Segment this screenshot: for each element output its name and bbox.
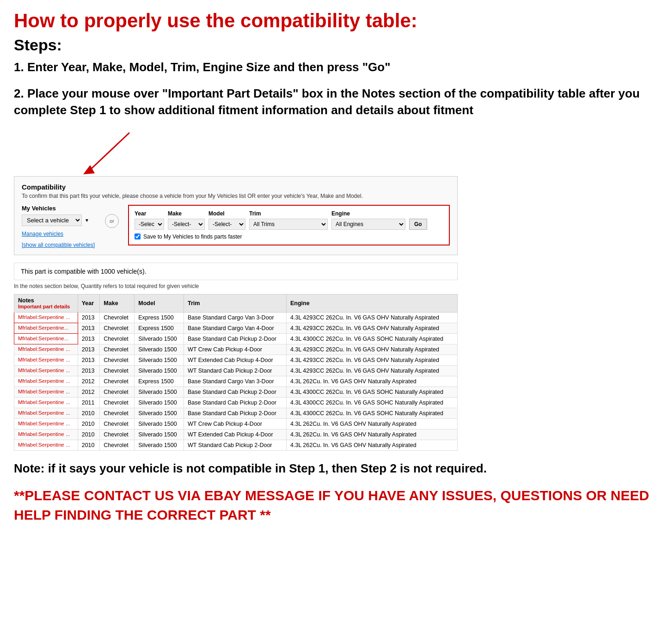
engine-cell: 4.3L 4293CC 262Cu. In. V6 GAS OHV Natura… bbox=[287, 355, 458, 365]
model-label: Model bbox=[208, 210, 245, 217]
engine-cell: 4.3L 4293CC 262Cu. In. V6 GAS OHV Natura… bbox=[287, 312, 458, 323]
notes-cell: Mfrlabel:Serpentine ... bbox=[14, 344, 78, 355]
make-cell: Chevrolet bbox=[100, 312, 135, 323]
engine-label: Engine bbox=[331, 210, 405, 217]
engine-cell: 4.3L 4293CC 262Cu. In. V6 GAS OHV Natura… bbox=[287, 323, 458, 333]
main-title: How to properly use the compatibility ta… bbox=[14, 9, 654, 32]
table-row: Mfrlabel:Serpentine ...2013ChevroletSilv… bbox=[14, 344, 458, 355]
year-cell: 2012 bbox=[78, 386, 100, 397]
notes-cell: Mfrlabel:Serpentine ... bbox=[14, 376, 78, 386]
notes-cell: Mfrlabel:Serpentine ... bbox=[14, 355, 78, 365]
notes-cell: Mfrlabel:Serpentine ... bbox=[14, 418, 78, 429]
make-cell: Chevrolet bbox=[100, 440, 135, 450]
compatibility-table: Notes Important part details Year Make M… bbox=[14, 294, 458, 451]
step1-text: 1. Enter Year, Make, Model, Trim, Engine… bbox=[14, 59, 654, 75]
year-cell: 2011 bbox=[78, 397, 100, 408]
notes-cell: Mfrlabel:Serpentine ... bbox=[14, 386, 78, 397]
model-cell: Silverado 1500 bbox=[135, 333, 184, 344]
trim-cell: Base Standard Cab Pickup 2-Door bbox=[184, 386, 287, 397]
engine-cell: 4.3L 262Cu. In. V6 GAS OHV Naturally Asp… bbox=[287, 429, 458, 440]
notes-subheader: Important part details bbox=[18, 304, 74, 309]
model-cell: Express 1500 bbox=[135, 323, 184, 333]
trim-cell: Base Standard Cab Pickup 2-Door bbox=[184, 333, 287, 344]
note-text: Note: if it says your vehicle is not com… bbox=[14, 460, 654, 477]
engine-select[interactable]: All Engines bbox=[331, 219, 405, 230]
model-cell: Silverado 1500 bbox=[135, 344, 184, 355]
make-cell: Chevrolet bbox=[100, 386, 135, 397]
compat-title: Compatibility bbox=[22, 183, 450, 191]
show-all-link[interactable]: [show all compatible vehicles] bbox=[22, 242, 96, 248]
notes-cell: Mfrlabel:Serpentine ... bbox=[14, 365, 78, 376]
engine-cell: 4.3L 4300CC 262Cu. In. V6 GAS SOHC Natur… bbox=[287, 408, 458, 418]
table-row: Mfrlabel:Serpentine ...2012ChevroletSilv… bbox=[14, 386, 458, 397]
arrow-icon bbox=[79, 128, 134, 179]
save-checkbox[interactable] bbox=[135, 233, 141, 239]
year-cell: 2013 bbox=[78, 355, 100, 365]
engine-cell: 4.3L 4293CC 262Cu. In. V6 GAS OHV Natura… bbox=[287, 344, 458, 355]
table-row: Mfrlabel:Serpentine...2013ChevroletSilve… bbox=[14, 333, 458, 344]
model-cell: Silverado 1500 bbox=[135, 397, 184, 408]
table-row: Mfrlabel:Serpentine ...2013ChevroletSilv… bbox=[14, 355, 458, 365]
col-notes: Notes Important part details bbox=[14, 294, 78, 312]
vehicle-select-wrapper: Select a vehicle ▼ bbox=[22, 215, 96, 226]
engine-cell: 4.3L 262Cu. In. V6 GAS OHV Naturally Asp… bbox=[287, 376, 458, 386]
quantity-note: In the notes section below, Quantity ref… bbox=[14, 283, 458, 289]
notes-cell: Mfrlabel:Serpentine ... bbox=[14, 440, 78, 450]
trim-select[interactable]: All Trims bbox=[249, 219, 328, 230]
col-engine: Engine bbox=[287, 294, 458, 312]
model-select[interactable]: -Select- bbox=[208, 219, 245, 230]
year-cell: 2010 bbox=[78, 408, 100, 418]
engine-cell: 4.3L 4300CC 262Cu. In. V6 GAS SOHC Natur… bbox=[287, 386, 458, 397]
year-cell: 2013 bbox=[78, 344, 100, 355]
compat-subtitle: To confirm that this part fits your vehi… bbox=[22, 193, 450, 199]
trim-cell: WT Standard Cab Pickup 2-Door bbox=[184, 440, 287, 450]
save-checkbox-row: Save to My Vehicles to finds parts faste… bbox=[135, 233, 443, 240]
col-year: Year bbox=[78, 294, 100, 312]
table-row: Mfrlabel:Serpentine ...2010ChevroletSilv… bbox=[14, 408, 458, 418]
table-row: Mfrlabel:Serpentine ...2013ChevroletExpr… bbox=[14, 312, 458, 323]
trim-cell: WT Extended Cab Pickup 4-Door bbox=[184, 429, 287, 440]
year-cell: 2012 bbox=[78, 376, 100, 386]
year-select[interactable]: -Select- bbox=[135, 219, 164, 230]
notes-cell: Mfrlabel:Serpentine... bbox=[14, 323, 78, 333]
year-cell: 2010 bbox=[78, 440, 100, 450]
make-cell: Chevrolet bbox=[100, 418, 135, 429]
year-cell: 2013 bbox=[78, 333, 100, 344]
model-cell: Silverado 1500 bbox=[135, 408, 184, 418]
make-cell: Chevrolet bbox=[100, 397, 135, 408]
trim-label: Trim bbox=[249, 210, 328, 217]
col-make: Make bbox=[100, 294, 135, 312]
table-row: Mfrlabel:Serpentine ...2012ChevroletExpr… bbox=[14, 376, 458, 386]
go-button[interactable]: Go bbox=[409, 219, 427, 230]
steps-heading: Steps: bbox=[14, 36, 654, 54]
make-cell: Chevrolet bbox=[100, 429, 135, 440]
contact-text: **PLEASE CONTACT US VIA EBAY MESSAGE IF … bbox=[14, 486, 654, 525]
trim-cell: WT Crew Cab Pickup 4-Door bbox=[184, 418, 287, 429]
make-cell: Chevrolet bbox=[100, 344, 135, 355]
step2-wrapper: 2. Place your mouse over "Important Part… bbox=[14, 85, 654, 451]
trim-cell: Base Standard Cargo Van 3-Door bbox=[184, 376, 287, 386]
year-make-section: Year Make Model Trim Engine -Select- -Se… bbox=[128, 205, 450, 245]
table-row: Mfrlabel:Serpentine ...2010ChevroletSilv… bbox=[14, 440, 458, 450]
table-row: Mfrlabel:Serpentine...2013ChevroletExpre… bbox=[14, 323, 458, 333]
make-select[interactable]: -Select- bbox=[168, 219, 205, 230]
make-cell: Chevrolet bbox=[100, 408, 135, 418]
or-circle: or bbox=[105, 214, 119, 228]
model-cell: Express 1500 bbox=[135, 312, 184, 323]
year-cell: 2013 bbox=[78, 323, 100, 333]
manage-vehicles-link[interactable]: Manage vehicles bbox=[22, 231, 96, 237]
ymm-inputs: -Select- -Select- -Select- All Trims All… bbox=[135, 219, 443, 230]
engine-cell: 4.3L 4300CC 262Cu. In. V6 GAS SOHC Natur… bbox=[287, 397, 458, 408]
make-label: Make bbox=[168, 210, 205, 217]
trim-cell: Base Standard Cab Pickup 2-Door bbox=[184, 397, 287, 408]
compatibility-box: Compatibility To confirm that this part … bbox=[14, 176, 458, 255]
year-cell: 2013 bbox=[78, 365, 100, 376]
notes-cell: Mfrlabel:Serpentine ... bbox=[14, 312, 78, 323]
notes-cell: Mfrlabel:Serpentine ... bbox=[14, 429, 78, 440]
notes-cell: Mfrlabel:Serpentine... bbox=[14, 333, 78, 344]
engine-cell: 4.3L 262Cu. In. V6 GAS OHV Naturally Asp… bbox=[287, 418, 458, 429]
vehicle-select[interactable]: Select a vehicle bbox=[22, 215, 82, 226]
make-cell: Chevrolet bbox=[100, 323, 135, 333]
model-cell: Silverado 1500 bbox=[135, 429, 184, 440]
engine-cell: 4.3L 262Cu. In. V6 GAS OHV Naturally Asp… bbox=[287, 440, 458, 450]
